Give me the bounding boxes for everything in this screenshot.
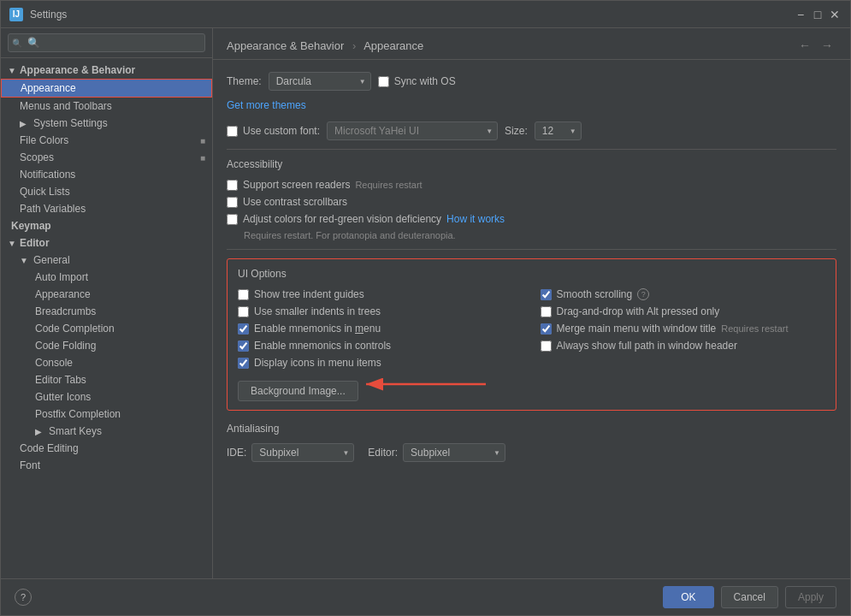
sidebar-item-system-settings[interactable]: ▶ System Settings	[1, 115, 212, 132]
sidebar-item-code-folding[interactable]: Code Folding	[1, 337, 212, 354]
sidebar-item-breadcrumbs[interactable]: Breadcrumbs	[1, 303, 212, 320]
content-area: ▼ Appearance & Behavior Appearance Menus…	[1, 28, 850, 578]
theme-select[interactable]: Darcula IntelliJ Light	[269, 72, 371, 91]
custom-font-checkbox[interactable]	[227, 126, 238, 137]
title-bar: IJ Settings − □ ✕	[1, 1, 850, 28]
sidebar-item-scopes[interactable]: Scopes ■	[1, 149, 212, 166]
tree-indent-checkbox[interactable]	[238, 289, 249, 300]
help-button[interactable]: ?	[15, 589, 32, 606]
sync-os-label: Sync with OS	[394, 75, 456, 87]
sidebar-item-label: Editor	[20, 237, 50, 249]
sidebar-item-code-editing[interactable]: Code Editing	[1, 440, 212, 457]
mnemonics-controls-checkbox[interactable]	[238, 341, 249, 352]
minimize-button[interactable]: −	[794, 8, 807, 21]
custom-font-checkbox-row[interactable]: Use custom font:	[227, 125, 320, 137]
merge-menu-note: Requires restart	[721, 323, 788, 334]
cancel-button[interactable]: Cancel	[721, 586, 778, 608]
close-button[interactable]: ✕	[828, 8, 842, 21]
sidebar-item-menus-toolbars[interactable]: Menus and Toolbars	[1, 98, 212, 115]
sync-os-row[interactable]: Sync with OS	[378, 75, 456, 87]
nav-back-button[interactable]: ←	[795, 37, 814, 54]
smaller-indents-row: Use smaller indents in trees	[238, 305, 523, 317]
main-content: Appearance & Behavior › Appearance ← → T…	[213, 28, 850, 578]
tree-indent-row: Show tree indent guides	[238, 288, 523, 300]
maximize-button[interactable]: □	[811, 8, 824, 21]
contrast-scrollbars-checkbox[interactable]	[227, 197, 238, 208]
sidebar-item-notifications[interactable]: Notifications	[1, 166, 212, 183]
full-path-checkbox[interactable]	[541, 341, 552, 352]
how-it-works-link[interactable]: How it works	[446, 213, 505, 225]
sidebar-item-label: Console	[35, 357, 73, 369]
smaller-indents-checkbox[interactable]	[238, 306, 249, 317]
search-input[interactable]	[8, 33, 205, 52]
sidebar-item-label: Auto Import	[35, 271, 88, 283]
search-wrap	[8, 33, 205, 52]
smooth-scrolling-row: Smooth scrolling ?	[541, 288, 826, 300]
screen-readers-row: Support screen readers Requires restart	[227, 179, 836, 191]
sidebar-item-appearance-behavior[interactable]: ▼ Appearance & Behavior	[1, 62, 212, 79]
display-icons-checkbox[interactable]	[238, 358, 249, 369]
separator-1	[227, 149, 836, 150]
sidebar-item-path-variables[interactable]: Path Variables	[1, 200, 212, 217]
bottom-left: ?	[15, 589, 32, 606]
smooth-scrolling-label: Smooth scrolling	[557, 288, 633, 300]
sidebar-item-font[interactable]: Font	[1, 457, 212, 474]
expand-arrow-icon: ▼	[8, 66, 16, 75]
sidebar-item-keymap[interactable]: Keymap	[1, 217, 212, 234]
sidebar-item-file-colors[interactable]: File Colors ■	[1, 132, 212, 149]
antialiasing-title: Antialiasing	[227, 423, 836, 435]
antialiasing-section: Antialiasing IDE: Subpixel No antialiasi…	[227, 423, 836, 462]
full-path-row: Always show full path in window header	[541, 340, 826, 352]
mnemonics-menu-checkbox[interactable]	[238, 323, 249, 335]
smooth-scrolling-checkbox[interactable]	[541, 289, 552, 300]
apply-button[interactable]: Apply	[785, 586, 836, 608]
font-select-wrap: Microsoft YaHei UI	[327, 121, 498, 140]
ok-button[interactable]: OK	[663, 586, 713, 608]
size-select[interactable]: 12 10 11 13 14	[535, 121, 582, 140]
sidebar-item-auto-import[interactable]: Auto Import	[1, 269, 212, 286]
ui-options-left: Show tree indent guides Use smaller inde…	[238, 288, 523, 374]
font-select[interactable]: Microsoft YaHei UI	[327, 121, 498, 140]
sidebar-item-smart-keys[interactable]: ▶ Smart Keys	[1, 423, 212, 440]
theme-row: Theme: Darcula IntelliJ Light Sync with …	[227, 72, 836, 91]
merge-menu-row: Merge main menu with window title Requir…	[541, 323, 826, 335]
main-body: Theme: Darcula IntelliJ Light Sync with …	[213, 60, 850, 578]
color-deficiency-checkbox[interactable]	[227, 214, 238, 225]
sidebar-item-editor[interactable]: ▼ Editor	[1, 234, 212, 252]
drag-drop-checkbox[interactable]	[541, 306, 552, 317]
sidebar-item-quick-lists[interactable]: Quick Lists	[1, 183, 212, 200]
ui-options-grid: Show tree indent guides Use smaller inde…	[238, 288, 825, 374]
editor-aa-select[interactable]: Subpixel No antialiasing Greyscale	[403, 443, 505, 462]
sidebar-item-label: Code Editing	[20, 442, 79, 454]
screen-readers-checkbox[interactable]	[227, 180, 238, 191]
sidebar-item-label: Code Completion	[35, 323, 115, 335]
sidebar-item-general[interactable]: ▼ General	[1, 252, 212, 269]
ide-aa-select[interactable]: Subpixel No antialiasing Greyscale	[251, 443, 354, 462]
sidebar-item-gutter-icons[interactable]: Gutter Icons	[1, 388, 212, 406]
expand-arrow-icon: ▼	[8, 239, 16, 248]
tree-indent-label: Show tree indent guides	[254, 288, 364, 300]
app-icon: IJ	[9, 8, 23, 21]
sidebar-item-console[interactable]: Console	[1, 354, 212, 371]
main-header: Appearance & Behavior › Appearance ← →	[213, 28, 850, 60]
editor-aa-label: Editor:	[368, 447, 398, 459]
nav-forward-button[interactable]: →	[818, 37, 836, 54]
sidebar-item-code-completion[interactable]: Code Completion	[1, 320, 212, 337]
sidebar-item-editor-appearance[interactable]: Appearance	[1, 286, 212, 303]
sidebar-item-label: Breadcrumbs	[35, 305, 96, 317]
sidebar-item-editor-tabs[interactable]: Editor Tabs	[1, 371, 212, 388]
smooth-scrolling-help-icon[interactable]: ?	[637, 288, 649, 300]
get-more-themes-link[interactable]: Get more themes	[227, 99, 306, 111]
sidebar-item-postfix-completion[interactable]: Postfix Completion	[1, 406, 212, 423]
theme-select-wrap: Darcula IntelliJ Light	[269, 72, 371, 91]
mnemonics-controls-row: Enable mnemonics in controls	[238, 340, 523, 352]
bg-image-button[interactable]: Background Image...	[238, 381, 358, 401]
sidebar-item-appearance[interactable]: Appearance	[1, 79, 212, 98]
size-select-wrap: 12 10 11 13 14	[535, 121, 582, 140]
merge-menu-checkbox[interactable]	[541, 323, 552, 335]
sidebar-item-label: Appearance	[35, 288, 91, 300]
ide-aa-label: IDE:	[227, 447, 246, 459]
breadcrumb-parent: Appearance & Behavior	[227, 39, 344, 52]
bg-image-area: Background Image...	[238, 374, 825, 401]
sync-os-checkbox[interactable]	[378, 76, 389, 87]
